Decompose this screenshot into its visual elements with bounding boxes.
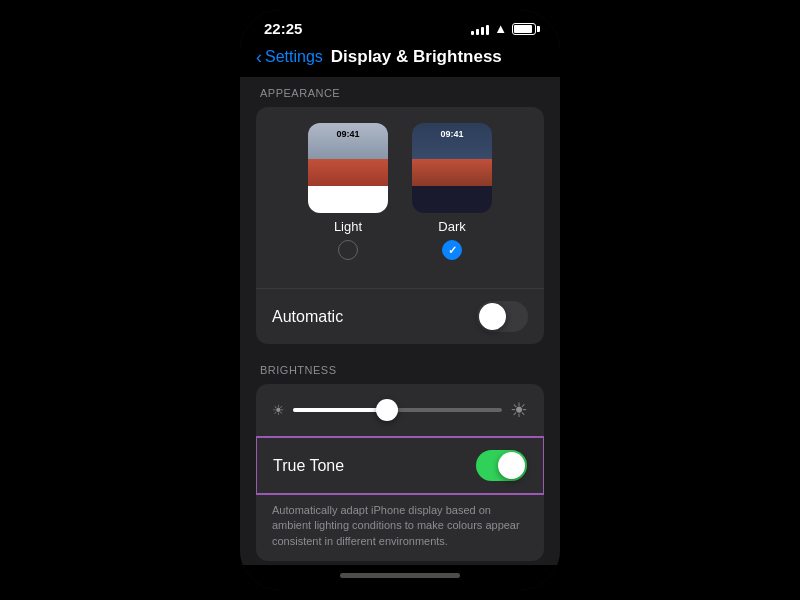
phone-frame: 22:25 ▲ ‹ Settings Display & Brightness … [240, 10, 560, 590]
dark-theme-option[interactable]: Dark [412, 123, 492, 260]
home-bar [340, 573, 460, 578]
brightness-low-icon: ☀ [272, 402, 285, 418]
dark-theme-radio[interactable] [442, 240, 462, 260]
automatic-row: Automatic [256, 288, 544, 344]
light-theme-radio[interactable] [338, 240, 358, 260]
brightness-fill [293, 408, 387, 412]
wifi-icon: ▲ [494, 21, 507, 36]
true-tone-toggle[interactable] [476, 450, 527, 481]
light-theme-preview [308, 123, 388, 213]
battery-icon [512, 23, 536, 35]
status-time: 22:25 [264, 20, 302, 37]
home-indicator [240, 565, 560, 590]
back-chevron-icon: ‹ [256, 48, 262, 66]
brightness-slider-container: ☀ ☀ [256, 384, 544, 436]
dark-theme-label: Dark [438, 219, 465, 234]
automatic-label: Automatic [272, 308, 343, 326]
automatic-toggle[interactable] [477, 301, 528, 332]
brightness-slider[interactable] [293, 408, 502, 412]
status-icons: ▲ [471, 21, 536, 36]
brightness-row: ☀ ☀ [272, 398, 528, 422]
page-title: Display & Brightness [331, 47, 502, 67]
light-theme-option[interactable]: Light [308, 123, 388, 260]
light-theme-label: Light [334, 219, 362, 234]
brightness-thumb[interactable] [376, 399, 398, 421]
appearance-options: Light Dark [256, 107, 544, 288]
true-tone-description: Automatically adapt iPhone display based… [256, 495, 544, 561]
dark-theme-preview [412, 123, 492, 213]
true-tone-toggle-thumb [498, 452, 525, 479]
nav-bar: ‹ Settings Display & Brightness [240, 43, 560, 77]
appearance-card: Light Dark Automatic [256, 107, 544, 344]
back-label: Settings [265, 48, 323, 66]
brightness-section-header: BRIGHTNESS [260, 364, 544, 376]
brightness-high-icon: ☀ [510, 398, 528, 422]
theme-options: Light Dark [272, 123, 528, 260]
status-bar: 22:25 ▲ [240, 10, 560, 43]
appearance-section-header: APPEARANCE [260, 87, 544, 99]
signal-bars-icon [471, 23, 489, 35]
true-tone-label: True Tone [273, 457, 344, 475]
brightness-card: ☀ ☀ True Tone Automatically adapt iPhone… [256, 384, 544, 561]
content-area: APPEARANCE Light Dark [240, 77, 560, 565]
true-tone-row: True Tone [256, 436, 544, 495]
back-button[interactable]: ‹ Settings [256, 48, 323, 66]
automatic-toggle-thumb [479, 303, 506, 330]
